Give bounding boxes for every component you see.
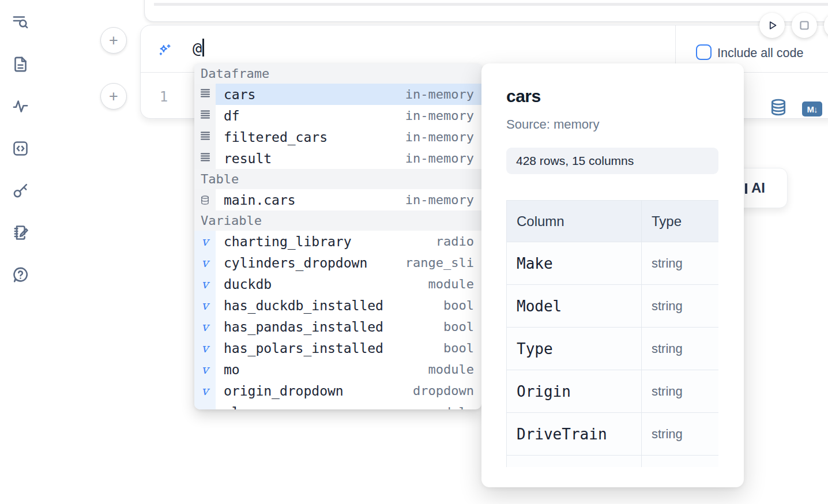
database-language-icon[interactable]: [769, 98, 788, 119]
autocomplete-item-main-cars[interactable]: main.cars in-memory: [194, 189, 481, 210]
stop-cell-button[interactable]: [792, 13, 817, 38]
schema-table: Column Type Make string Model string Typ…: [506, 200, 718, 467]
autocomplete-item-has-polars-installed[interactable]: v has_polars_installed bool: [194, 337, 481, 359]
schema-header-row: Column Type: [507, 201, 719, 242]
autocomplete-item-duckdb[interactable]: v duckdb module: [194, 273, 481, 295]
variable-icon: v: [194, 337, 216, 359]
variable-icon: v: [194, 252, 216, 273]
code-snippet-icon[interactable]: [10, 138, 30, 158]
sidebar: [10, 12, 30, 284]
include-all-code-label: Include all code: [717, 46, 803, 61]
activity-trace-icon[interactable]: [10, 96, 30, 116]
schema-row: Model string: [507, 285, 719, 328]
variable-icon: v: [194, 295, 216, 316]
dataframe-icon: [194, 126, 216, 148]
schema-row: Origin string: [507, 370, 719, 413]
schema-row-clipped: [507, 456, 719, 468]
schema-row: DriveTrain string: [507, 413, 719, 456]
clipped-text-fragment: [745, 183, 747, 194]
variable-icon: v: [194, 380, 216, 401]
autocomplete-dropdown: Dataframe cars in-memory df in-memory fi…: [194, 63, 481, 409]
include-all-code-checkbox[interactable]: [696, 44, 712, 60]
play-icon: [765, 18, 780, 33]
section-header-variable: Variable: [194, 210, 481, 231]
type-header: Type: [642, 201, 719, 242]
ai-button-label: AI: [751, 180, 765, 196]
table-database-icon: [194, 189, 216, 210]
autocomplete-item-has-pandas-installed[interactable]: v has_pandas_installed bool: [194, 316, 481, 337]
variable-icon: v: [194, 316, 216, 337]
section-header-table: Table: [194, 169, 481, 189]
schema-row: Type string: [507, 328, 719, 370]
previous-cell-bottom-edge: [144, 0, 828, 22]
add-cell-above-button[interactable]: +: [100, 27, 127, 54]
autocomplete-item-charting-library[interactable]: v charting_library radio: [194, 231, 481, 252]
help-chat-icon[interactable]: [10, 265, 30, 284]
shape-badge: 428 rows, 15 columns: [506, 148, 718, 174]
stop-icon: [797, 18, 812, 33]
variable-icon: v: [194, 231, 216, 252]
panel-source: Source: memory: [506, 117, 599, 132]
autocomplete-item-has-duckdb-installed[interactable]: v has_duckdb_installed bool: [194, 295, 481, 316]
text-cursor: [202, 39, 204, 57]
variable-icon: v: [194, 273, 216, 295]
column-header: Column: [507, 201, 642, 242]
variable-icon: v: [194, 401, 216, 409]
line-number: 1: [151, 89, 176, 105]
file-document-icon[interactable]: [10, 54, 30, 74]
sparkles-icon: [156, 43, 172, 61]
run-cell-button[interactable]: [759, 13, 785, 38]
autocomplete-item-cars[interactable]: cars in-memory: [194, 84, 481, 105]
dataframe-icon: [194, 148, 216, 169]
scratchpad-icon[interactable]: [10, 223, 30, 242]
add-cell-below-button[interactable]: +: [100, 83, 127, 110]
variable-icon: v: [194, 359, 216, 380]
toc-search-icon[interactable]: [10, 12, 30, 32]
schema-row: Make string: [507, 242, 719, 285]
dataframe-icon: [194, 84, 216, 105]
autocomplete-item-origin-dropdown[interactable]: v origin_dropdown dropdown: [194, 380, 481, 401]
autocomplete-item-df[interactable]: df in-memory: [194, 105, 481, 126]
panel-title: cars: [506, 86, 541, 106]
key-icon[interactable]: [10, 180, 30, 200]
autocomplete-item-cylinders-dropdown[interactable]: v cylinders_dropdown range_sli: [194, 252, 481, 273]
autocomplete-item-mo[interactable]: v mo module: [194, 359, 481, 380]
ai-prompt-input[interactable]: @: [193, 39, 204, 57]
autocomplete-item-result[interactable]: result in-memory: [194, 148, 481, 169]
markdown-language-icon[interactable]: M↓: [802, 101, 822, 116]
dataframe-preview-panel: cars Source: memory 428 rows, 15 columns…: [481, 63, 744, 487]
section-header-dataframe: Dataframe: [194, 63, 481, 84]
previous-cell-divider: [154, 3, 828, 6]
autocomplete-item-filtered-cars[interactable]: filtered_cars in-memory: [194, 126, 481, 148]
dataframe-icon: [194, 105, 216, 126]
schema-table-wrap: Column Type Make string Model string Typ…: [506, 200, 718, 467]
autocomplete-item-clipped[interactable]: v pl module: [194, 401, 481, 409]
